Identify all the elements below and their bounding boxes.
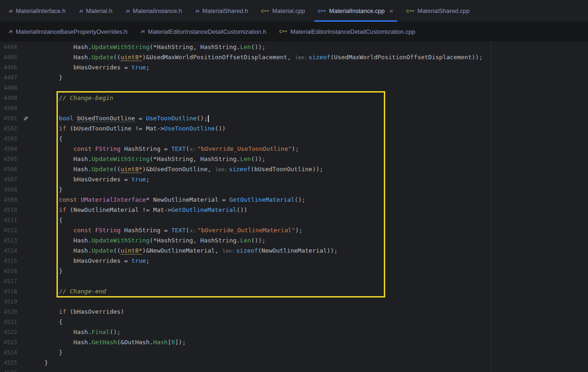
code-text: bool bUsedToonOutline = UseToonOutline()… — [44, 113, 209, 124]
code-token: )&UsedMaxWorldPositionOffsetDisplacement… — [142, 54, 294, 61]
line-number: 4519 — [0, 297, 20, 307]
code-token: ); — [292, 145, 299, 152]
code-line[interactable]: 4499 // Change-begin — [0, 93, 588, 103]
line-number: 4525 — [0, 358, 20, 368]
code-editor[interactable]: 4494 Hash.UpdateWithString(*HashString, … — [0, 41, 588, 372]
editor-tab-MaterialInstanceBasePropertyOverrides.h[interactable]: .HMaterialInstanceBasePropertyOverrides.… — [2, 22, 134, 41]
code-line[interactable]: 4500 — [0, 103, 588, 113]
code-token: (&OutHash. — [117, 339, 153, 346]
code-line[interactable]: 4494 Hash.UpdateWithString(*HashString, … — [0, 42, 588, 52]
tab-label: MaterialInstance.h — [133, 7, 182, 14]
tab-label: MaterialInstanceBasePropertyOverrides.h — [16, 28, 127, 35]
code-token: true — [131, 257, 146, 264]
code-line[interactable]: 4496 bHasOverrides = true; — [0, 62, 588, 73]
code-line[interactable]: 4519 — [0, 297, 588, 307]
code-line[interactable]: 4515 bHasOverrides = true; — [0, 256, 588, 266]
code-line[interactable]: 4520 if (bHasOverrides) — [0, 307, 588, 317]
code-line[interactable]: 4513 Hash.UpdateWithString(*HashString, … — [0, 236, 588, 246]
code-line[interactable]: 4510 if (NewOutlineMaterial != Mat->GetO… — [0, 205, 588, 215]
code-token: FString — [95, 227, 121, 234]
code-line[interactable]: 4522 Hash.Final(); — [0, 327, 588, 337]
line-number: 4511 — [0, 215, 20, 225]
code-line[interactable]: 4512 const FString HashString = TEXT(x:"… — [0, 225, 588, 236]
editor-tab-MaterialEditorInstanceDetailCustomization.cpp[interactable]: C++MaterialEditorInstanceDetailCustomiza… — [273, 22, 422, 41]
editor-tab-MaterialInterface.h[interactable]: .HMaterialInterface.h — [2, 0, 72, 22]
gutter — [20, 144, 44, 154]
code-token: bHasOverrides = — [44, 64, 131, 71]
gutter — [20, 154, 44, 164]
gutter — [20, 225, 44, 236]
tab-label: MaterialInstance.cpp — [329, 7, 385, 14]
code-line[interactable]: 4506 Hash.Update((uint8*)&bUsedToonOutli… — [0, 164, 588, 174]
line-number: 4513 — [0, 236, 20, 246]
code-token — [92, 145, 95, 152]
gutter — [20, 327, 44, 337]
code-token: (); — [294, 196, 305, 203]
code-text: { — [44, 317, 63, 327]
code-text: Hash.Update((uint8*)&bUsedToonOutline, l… — [44, 164, 323, 174]
code-token: ()); — [251, 43, 265, 50]
code-line[interactable]: 4514 Hash.Update((uint8*)&NewOutlineMate… — [0, 246, 588, 256]
code-text: Hash.Update((uint8*)&UsedMaxWorldPositio… — [44, 52, 482, 62]
line-number: 4516 — [0, 266, 20, 276]
code-token: ()) — [215, 125, 225, 132]
tab-label: MaterialShared.cpp — [418, 7, 470, 14]
cpp-file-icon: C++ — [407, 9, 414, 13]
line-number: 4512 — [0, 225, 20, 236]
code-token: UseToonOutline — [146, 115, 197, 122]
editor-tab-MaterialInstance.h[interactable]: .HMaterialInstance.h — [119, 0, 188, 22]
code-line[interactable]: 4524 } — [0, 347, 588, 358]
editor-tab-Material.h[interactable]: .HMaterial.h — [72, 0, 119, 22]
gutter — [20, 236, 44, 246]
code-line[interactable]: 4518 // Change-end — [0, 286, 588, 297]
editor-tab-MaterialShared.cpp[interactable]: C++MaterialShared.cpp — [400, 0, 476, 22]
code-line[interactable]: 4517 — [0, 276, 588, 286]
editor-tab-MaterialEditorInstanceDetailCustomization.h[interactable]: .HMaterialEditorInstanceDetailCustomizat… — [134, 22, 273, 41]
code-line[interactable]: 4505 Hash.UpdateWithString(*HashString, … — [0, 154, 588, 164]
line-number: 4524 — [0, 347, 20, 358]
code-line[interactable]: 4521 { — [0, 317, 588, 327]
code-token — [44, 115, 59, 122]
code-text: // Change-end — [44, 286, 106, 297]
code-token: UMaterialInterface — [81, 196, 146, 203]
code-line[interactable]: 4498 — [0, 83, 588, 93]
code-token: if — [59, 308, 66, 315]
code-token: GetHash — [92, 339, 117, 346]
editor-tab-Material.cpp[interactable]: C++Material.cpp — [255, 0, 312, 22]
close-icon[interactable]: × — [389, 7, 394, 14]
code-line[interactable]: 4501✎ bool bUsedToonOutline = UseToonOut… — [0, 113, 588, 124]
line-number: 4520 — [0, 307, 20, 317]
tab-label: MaterialEditorInstanceDetailCustomizatio… — [148, 28, 266, 35]
code-line[interactable]: 4495 Hash.Update((uint8*)&UsedMaxWorldPo… — [0, 52, 588, 62]
code-line[interactable]: 4511 { — [0, 215, 588, 225]
code-text: Hash.UpdateWithString(*HashString, HashS… — [44, 42, 265, 52]
gutter — [20, 317, 44, 327]
code-token: (( — [113, 54, 121, 61]
code-token: (( — [113, 247, 121, 254]
code-token: * NewOutlineMaterial = — [146, 196, 229, 203]
code-line[interactable]: 4525} — [0, 358, 588, 368]
code-token: TEXT — [171, 145, 186, 152]
code-line[interactable]: 4503 { — [0, 134, 588, 144]
code-line[interactable]: 4526 — [0, 368, 588, 372]
code-token: UpdateWithString — [92, 237, 150, 244]
code-line[interactable]: 4508 } — [0, 185, 588, 195]
code-token: UpdateWithString — [92, 43, 150, 50]
editor-tab-MaterialInstance.cpp[interactable]: C++MaterialInstance.cpp× — [312, 0, 400, 22]
tab-label: Material.cpp — [272, 7, 305, 14]
code-token: (UsedMaxWorldPositionOffsetDisplacement)… — [331, 54, 483, 61]
code-token: FString — [95, 145, 121, 152]
text-caret — [208, 115, 209, 122]
code-text: const FString HashString = TEXT(x:"bOver… — [44, 225, 302, 236]
code-line[interactable]: 4502 if (bUsedToonOutline != Mat->UseToo… — [0, 124, 588, 134]
code-text: const FString HashString = TEXT(x:"bOver… — [44, 144, 299, 154]
code-line[interactable]: 4497 } — [0, 73, 588, 83]
code-line[interactable]: 4507 bHasOverrides = true; — [0, 174, 588, 185]
editor-tabbar-row1: .HMaterialInterface.h.HMaterial.h.HMater… — [0, 0, 588, 22]
code-line[interactable]: 4504 const FString HashString = TEXT(x:"… — [0, 144, 588, 154]
code-line[interactable]: 4509 const UMaterialInterface* NewOutlin… — [0, 195, 588, 205]
code-line[interactable]: 4516 } — [0, 266, 588, 276]
code-line[interactable]: 4523 Hash.GetHash(&OutHash.Hash[0]); — [0, 337, 588, 347]
editor-tab-MaterialShared.h[interactable]: .HMaterialShared.h — [188, 0, 255, 22]
code-token: Hash. — [44, 247, 92, 254]
